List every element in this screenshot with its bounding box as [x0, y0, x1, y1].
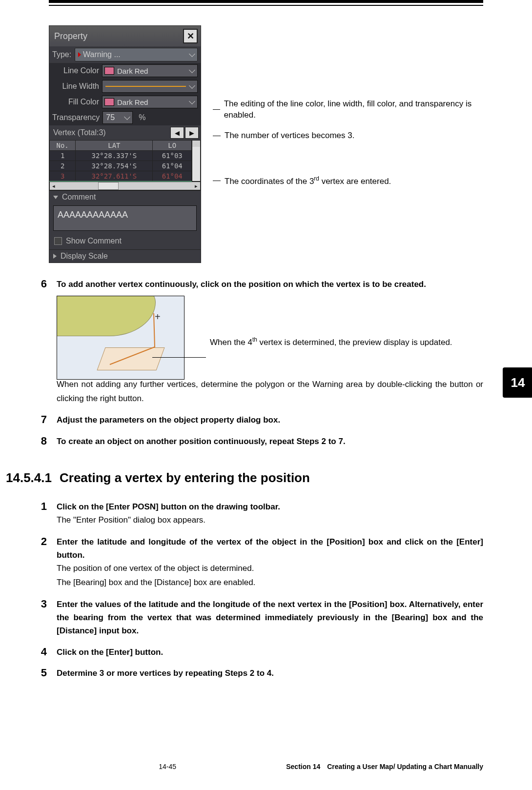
step-paragraph: The "Enter Position" dialog box appears.	[57, 513, 483, 527]
fill-color-value: Dark Red	[117, 98, 148, 106]
step-paragraph: The position of one vertex of the object…	[57, 562, 483, 576]
chapter-tab: 14	[503, 367, 532, 398]
comment-header: Comment	[62, 193, 96, 202]
vertex-header: Vertex (Total:3)	[53, 128, 106, 137]
step-number: 8	[35, 435, 47, 448]
vertex-table: No. LAT LO 1 32°28.337'S 61°03 2 32°28.7…	[49, 140, 192, 182]
comment-section-toggle[interactable]: Comment	[49, 191, 201, 203]
step-text: Determine 3 or more vertices by repeatin…	[57, 667, 483, 680]
prev-vertex-button[interactable]: ◀	[170, 127, 184, 139]
close-button[interactable]: ✕	[183, 29, 198, 43]
line-color-swatch	[104, 67, 114, 75]
display-scale-header: Display Scale	[61, 252, 108, 261]
step-number: 2	[35, 535, 47, 590]
chevron-down-icon	[189, 82, 195, 89]
comment-input[interactable]: AAAAAAAAAAAA	[53, 205, 197, 231]
chevron-down-icon	[124, 114, 130, 120]
step-number: 3	[35, 598, 47, 638]
line-color-label: Line Color	[52, 66, 99, 75]
step-text: Enter the latitude and longitude of the …	[57, 535, 483, 562]
chevron-down-icon	[53, 196, 58, 199]
th-lat: LAT	[76, 141, 153, 151]
close-icon: ✕	[187, 31, 194, 41]
arrow-icon	[152, 357, 206, 358]
section-heading: 14.5.4.1Creating a vertex by entering th…	[6, 470, 483, 486]
panel-title: Property	[54, 31, 87, 41]
step-text: To add another vertex continuously, clic…	[57, 280, 426, 289]
map-preview: +	[57, 296, 184, 380]
chevron-down-icon	[189, 67, 195, 73]
fill-color-dropdown[interactable]: Dark Red	[102, 96, 198, 108]
horizontal-scrollbar[interactable]: ◂ ▸	[49, 182, 201, 190]
transparency-value: 75	[106, 113, 115, 122]
step-number: 7	[35, 413, 47, 426]
transparency-unit: %	[136, 113, 148, 122]
warning-icon	[78, 52, 81, 57]
table-row-selected[interactable]: 3 32°27.611'S 61°04	[50, 171, 192, 182]
type-label: Type:	[52, 50, 72, 59]
fill-color-swatch	[104, 98, 114, 106]
page-footer: 14-45 Section 14 Creating a User Map/ Up…	[49, 763, 483, 770]
step-number: 4	[35, 646, 47, 659]
fill-color-label: Fill Color	[52, 98, 99, 106]
annotation-vertices: The number of vertices becomes 3.	[225, 130, 354, 142]
show-comment-label: Show Comment	[66, 237, 122, 245]
vertical-scrollbar[interactable]: ▴	[192, 140, 201, 182]
chevron-down-icon	[189, 51, 195, 57]
table-row[interactable]: 2 32°28.754'S 61°04	[50, 161, 192, 171]
step-number: 5	[35, 667, 47, 680]
panel-titlebar: Property ✕	[49, 26, 201, 46]
chevron-down-icon	[189, 98, 195, 104]
display-scale-section-toggle[interactable]: Display Scale	[49, 250, 201, 263]
transparency-dropdown[interactable]: 75	[102, 111, 133, 124]
page-number: 14-45	[49, 763, 286, 770]
step-paragraph: When not adding any further vertices, de…	[57, 378, 483, 406]
th-lon: LO	[153, 141, 192, 151]
line-width-label: Line Width	[52, 82, 99, 91]
next-vertex-button[interactable]: ▶	[185, 127, 199, 139]
annotation-editing: The editing of the line color, line widt…	[224, 99, 483, 121]
step-number: 6	[35, 278, 47, 405]
line-color-value: Dark Red	[117, 67, 148, 75]
chevron-right-icon	[53, 254, 57, 259]
line-color-dropdown[interactable]: Dark Red	[102, 64, 198, 77]
footer-section: Section 14 Creating a User Map/ Updating…	[286, 763, 483, 770]
step-number: 1	[35, 500, 47, 527]
step-text: Adjust the parameters on the object prop…	[57, 415, 280, 425]
line-preview-icon	[105, 86, 186, 87]
step-text: Enter the values of the latitude and the…	[57, 598, 483, 638]
step-paragraph: The [Bearing] box and the [Distance] box…	[57, 576, 483, 590]
th-no: No.	[50, 141, 76, 151]
transparency-label: Transparency	[52, 113, 100, 122]
type-dropdown[interactable]: Warning ...	[75, 48, 198, 61]
step-text: To create an object on another position …	[57, 437, 346, 446]
table-row[interactable]: 1 32°28.337'S 61°03	[50, 151, 192, 161]
step-text: Click on the [Enter POSN] button on the …	[57, 500, 483, 513]
step-text: Click on the [Enter] button.	[57, 646, 483, 659]
type-value: Warning ...	[83, 50, 121, 59]
annotation-coordinates: The coordinates of the 3rd vertex are en…	[225, 175, 391, 187]
show-comment-checkbox[interactable]	[54, 237, 62, 245]
property-panel: Property ✕ Type: Warning ...	[49, 25, 201, 263]
line-width-dropdown[interactable]	[102, 80, 198, 93]
